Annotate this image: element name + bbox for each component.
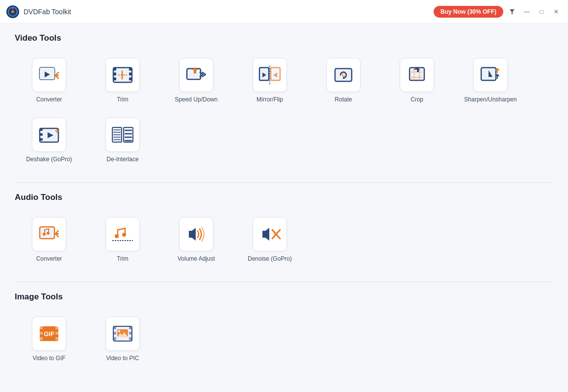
video-sharpen-icon [479,64,502,86]
svg-rect-11 [113,77,116,80]
svg-point-52 [43,233,46,236]
video-tools-section: Video Tools Converter [15,33,553,168]
svg-text:C: C [341,72,345,77]
tool-video-rotate[interactable]: C Rotate [309,53,378,108]
tool-label: Video to GIF [32,355,65,362]
svg-rect-37 [40,133,43,136]
svg-rect-12 [129,68,132,71]
svg-rect-9 [113,68,116,71]
audio-volume-icon [185,223,207,245]
video-deshake-icon [38,123,60,146]
svg-rect-76 [129,332,132,335]
app-title: DVDFab Toolkit [24,8,71,16]
main-content: Video Tools Converter [0,24,568,392]
maximize-button[interactable]: □ [536,6,547,18]
tool-label: Video to PIC [106,355,139,362]
tool-video-trim[interactable]: Trim [88,53,157,108]
tool-icon-box [105,58,140,92]
tool-video-mirror[interactable]: Mirror/Flip [235,53,304,108]
svg-rect-64 [40,326,43,329]
tool-icon-box [32,118,66,152]
tool-icon-box [179,58,213,92]
tool-audio-converter[interactable]: Converter [15,212,83,267]
audio-tools-section: Audio Tools Converter [15,193,553,267]
tool-icon-box [32,58,66,92]
tool-icon-box: GIF [32,317,66,351]
video-crop-icon [406,64,428,86]
tool-label: De-Interlace [106,156,138,163]
video-tools-grid: Converter [15,53,553,168]
svg-point-53 [47,232,50,235]
close-button[interactable]: ✕ [550,6,562,18]
video-converter-icon [38,64,60,86]
tool-label: Volume Adjust [178,255,215,262]
tool-icon-box [179,217,213,251]
image-tools-grid: GIF Video to GIF [15,312,553,367]
svg-rect-77 [129,337,132,340]
tool-video-crop[interactable]: Crop [383,53,451,108]
svg-rect-10 [113,73,116,75]
svg-rect-36 [40,128,43,131]
video-speed-icon [185,64,207,86]
svg-point-55 [115,234,119,238]
tool-icon-box [105,317,140,351]
tool-label: Rotate [335,96,352,103]
section-divider [15,182,553,183]
minimize-button[interactable]: — [521,6,533,18]
tool-label: Crop [411,96,423,103]
svg-rect-75 [129,326,132,329]
tool-icon-box [253,217,287,251]
svg-rect-65 [40,332,43,335]
svg-rect-72 [113,326,116,329]
svg-rect-14 [129,77,132,80]
svg-marker-58 [189,228,196,241]
svg-rect-73 [113,332,116,335]
tool-icon-box [253,58,287,92]
tool-label: Converter [36,96,62,103]
buy-now-button[interactable]: Buy Now (30% OFF) [434,6,503,18]
audio-denoise-icon [258,223,281,245]
tool-video-speed[interactable]: Speed Up/Down [162,53,231,108]
tool-icon-box [400,58,434,92]
tool-label: Denoise (GoPro) [248,255,292,262]
tool-video-sharpen[interactable]: Sharpen/Unsharpen [456,53,525,108]
svg-rect-13 [129,73,132,75]
filter-button[interactable] [506,6,518,18]
video-tools-title: Video Tools [15,33,553,43]
tool-icon-box [105,217,140,251]
tool-icon-box [32,217,66,251]
svg-point-2 [11,10,14,13]
audio-tools-grid: Converter Trim [15,212,553,267]
tool-image-gif[interactable]: GIF Video to GIF [15,312,83,367]
svg-rect-38 [40,138,43,141]
tool-icon-box [105,118,140,152]
video-trim-icon [111,64,134,86]
svg-rect-68 [55,332,58,335]
tool-audio-denoise[interactable]: Denoise (GoPro) [235,212,304,267]
video-mirror-icon [258,64,281,86]
tool-audio-trim[interactable]: Trim [88,212,157,267]
tool-image-pic[interactable]: Video to PIC [88,312,157,367]
tool-video-deinterlace[interactable]: De-Interlace [88,113,157,168]
video-deinterlace-icon [111,123,134,146]
svg-rect-67 [55,326,58,329]
tool-label: Deshake (GoPro) [26,156,72,163]
titlebar-left: DVDFab Toolkit [6,5,71,19]
image-pic-icon [111,322,134,345]
svg-rect-46 [124,127,133,142]
funnel-icon [509,9,515,15]
image-tools-title: Image Tools [15,292,553,302]
tool-label: Speed Up/Down [175,96,217,103]
svg-point-79 [118,330,120,332]
svg-rect-69 [55,337,58,340]
svg-marker-59 [262,228,269,241]
tool-audio-volume[interactable]: Volume Adjust [162,212,231,267]
tool-label: Converter [36,255,62,262]
tool-icon-box: C [326,58,361,92]
tool-label: Sharpen/Unsharpen [464,96,516,103]
tool-video-converter[interactable]: Converter [15,53,83,108]
svg-text:GIF: GIF [44,330,54,338]
titlebar: DVDFab Toolkit Buy Now (30% OFF) — □ ✕ [0,0,568,24]
section-divider-2 [15,282,553,282]
tool-video-deshake[interactable]: Deshake (GoPro) [15,113,83,168]
